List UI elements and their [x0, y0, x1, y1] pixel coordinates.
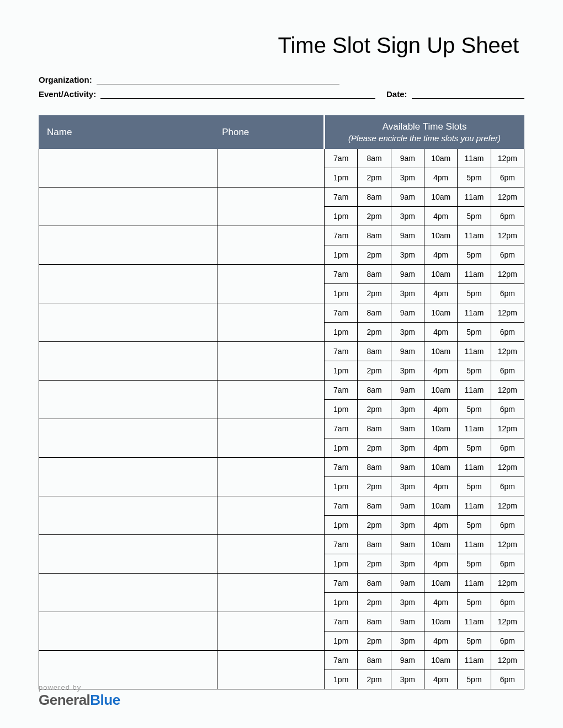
time-slot-cell[interactable]: 7am — [325, 612, 358, 631]
time-slot-cell[interactable]: 9am — [391, 226, 424, 245]
time-slot-cell[interactable]: 11am — [458, 149, 491, 168]
time-slot-cell[interactable]: 1pm — [325, 670, 358, 689]
time-slot-cell[interactable]: 1pm — [325, 516, 358, 535]
time-slot-cell[interactable]: 4pm — [424, 593, 457, 612]
time-slot-cell[interactable]: 3pm — [391, 207, 424, 226]
time-slot-cell[interactable]: 9am — [391, 612, 424, 631]
time-slot-cell[interactable]: 9am — [391, 574, 424, 593]
phone-cell[interactable] — [217, 342, 325, 381]
time-slot-cell[interactable]: 2pm — [358, 477, 391, 496]
time-slot-cell[interactable]: 2pm — [358, 438, 391, 458]
time-slot-cell[interactable]: 2pm — [358, 516, 391, 535]
time-slot-cell[interactable]: 4pm — [424, 477, 457, 496]
name-cell[interactable] — [39, 188, 217, 226]
time-slot-cell[interactable]: 9am — [391, 342, 424, 361]
time-slot-cell[interactable]: 12pm — [491, 651, 524, 670]
time-slot-cell[interactable]: 8am — [358, 303, 391, 323]
phone-cell[interactable] — [217, 226, 325, 265]
phone-cell[interactable] — [217, 303, 325, 342]
name-cell[interactable] — [39, 612, 217, 651]
time-slot-cell[interactable]: 6pm — [491, 361, 524, 381]
time-slot-cell[interactable]: 8am — [358, 419, 391, 438]
time-slot-cell[interactable]: 9am — [391, 149, 424, 168]
time-slot-cell[interactable]: 6pm — [491, 516, 524, 535]
time-slot-cell[interactable]: 3pm — [391, 477, 424, 496]
name-cell[interactable] — [39, 149, 217, 188]
time-slot-cell[interactable]: 8am — [358, 381, 391, 400]
time-slot-cell[interactable]: 12pm — [491, 535, 524, 554]
name-cell[interactable] — [39, 458, 217, 496]
time-slot-cell[interactable]: 6pm — [491, 284, 524, 303]
time-slot-cell[interactable]: 2pm — [358, 284, 391, 303]
time-slot-cell[interactable]: 12pm — [491, 188, 524, 207]
event-input-line[interactable] — [100, 89, 375, 99]
time-slot-cell[interactable]: 4pm — [424, 400, 457, 419]
time-slot-cell[interactable]: 7am — [325, 651, 358, 670]
time-slot-cell[interactable]: 5pm — [458, 245, 491, 265]
time-slot-cell[interactable]: 4pm — [424, 554, 457, 574]
time-slot-cell[interactable]: 2pm — [358, 631, 391, 651]
time-slot-cell[interactable]: 12pm — [491, 265, 524, 284]
phone-cell[interactable] — [217, 651, 325, 689]
time-slot-cell[interactable]: 12pm — [491, 342, 524, 361]
time-slot-cell[interactable]: 4pm — [424, 207, 457, 226]
time-slot-cell[interactable]: 10am — [424, 458, 457, 477]
time-slot-cell[interactable]: 12pm — [491, 303, 524, 323]
time-slot-cell[interactable]: 4pm — [424, 323, 457, 342]
phone-cell[interactable] — [217, 188, 325, 226]
phone-cell[interactable] — [217, 496, 325, 535]
time-slot-cell[interactable]: 4pm — [424, 670, 457, 689]
time-slot-cell[interactable]: 10am — [424, 188, 457, 207]
phone-cell[interactable] — [217, 419, 325, 458]
time-slot-cell[interactable]: 8am — [358, 651, 391, 670]
time-slot-cell[interactable]: 5pm — [458, 323, 491, 342]
time-slot-cell[interactable]: 3pm — [391, 438, 424, 458]
time-slot-cell[interactable]: 6pm — [491, 631, 524, 651]
time-slot-cell[interactable]: 12pm — [491, 149, 524, 168]
time-slot-cell[interactable]: 11am — [458, 265, 491, 284]
time-slot-cell[interactable]: 11am — [458, 651, 491, 670]
time-slot-cell[interactable]: 3pm — [391, 245, 424, 265]
time-slot-cell[interactable]: 3pm — [391, 168, 424, 188]
time-slot-cell[interactable]: 12pm — [491, 612, 524, 631]
time-slot-cell[interactable]: 5pm — [458, 168, 491, 188]
time-slot-cell[interactable]: 8am — [358, 612, 391, 631]
time-slot-cell[interactable]: 5pm — [458, 284, 491, 303]
time-slot-cell[interactable]: 11am — [458, 226, 491, 245]
time-slot-cell[interactable]: 5pm — [458, 361, 491, 381]
time-slot-cell[interactable]: 4pm — [424, 361, 457, 381]
time-slot-cell[interactable]: 3pm — [391, 323, 424, 342]
time-slot-cell[interactable]: 3pm — [391, 516, 424, 535]
time-slot-cell[interactable]: 9am — [391, 188, 424, 207]
time-slot-cell[interactable]: 7am — [325, 149, 358, 168]
time-slot-cell[interactable]: 5pm — [458, 400, 491, 419]
time-slot-cell[interactable]: 4pm — [424, 284, 457, 303]
time-slot-cell[interactable]: 10am — [424, 419, 457, 438]
time-slot-cell[interactable]: 11am — [458, 496, 491, 516]
time-slot-cell[interactable]: 7am — [325, 458, 358, 477]
time-slot-cell[interactable]: 1pm — [325, 245, 358, 265]
time-slot-cell[interactable]: 7am — [325, 188, 358, 207]
time-slot-cell[interactable]: 1pm — [325, 631, 358, 651]
time-slot-cell[interactable]: 8am — [358, 265, 391, 284]
time-slot-cell[interactable]: 6pm — [491, 168, 524, 188]
name-cell[interactable] — [39, 303, 217, 342]
time-slot-cell[interactable]: 9am — [391, 419, 424, 438]
time-slot-cell[interactable]: 6pm — [491, 477, 524, 496]
time-slot-cell[interactable]: 10am — [424, 149, 457, 168]
time-slot-cell[interactable]: 5pm — [458, 631, 491, 651]
time-slot-cell[interactable]: 3pm — [391, 631, 424, 651]
phone-cell[interactable] — [217, 265, 325, 303]
time-slot-cell[interactable]: 11am — [458, 303, 491, 323]
time-slot-cell[interactable]: 1pm — [325, 361, 358, 381]
time-slot-cell[interactable]: 9am — [391, 381, 424, 400]
time-slot-cell[interactable]: 12pm — [491, 458, 524, 477]
time-slot-cell[interactable]: 9am — [391, 535, 424, 554]
time-slot-cell[interactable]: 1pm — [325, 593, 358, 612]
time-slot-cell[interactable]: 5pm — [458, 554, 491, 574]
time-slot-cell[interactable]: 7am — [325, 381, 358, 400]
time-slot-cell[interactable]: 4pm — [424, 631, 457, 651]
name-cell[interactable] — [39, 226, 217, 265]
time-slot-cell[interactable]: 7am — [325, 342, 358, 361]
time-slot-cell[interactable]: 7am — [325, 419, 358, 438]
